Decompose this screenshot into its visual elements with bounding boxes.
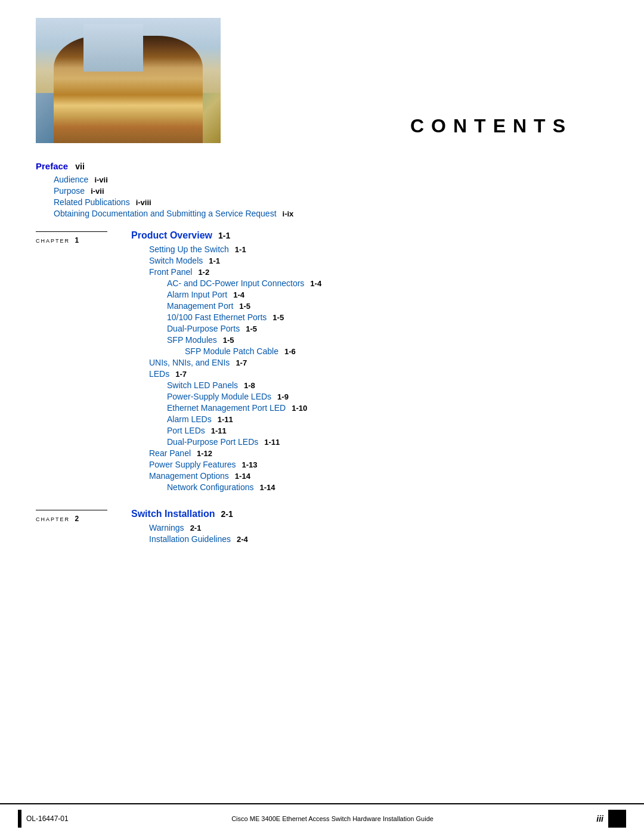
preface-title[interactable]: Preface — [36, 161, 68, 171]
list-item: Alarm LEDs 1-11 — [149, 414, 608, 424]
list-item: Obtaining Documentation and Submitting a… — [54, 209, 608, 218]
toc-page-obtaining-docs: i-ix — [283, 209, 294, 218]
toc-page: 1-1 — [235, 245, 246, 254]
toc-link-ac-dc-connectors[interactable]: AC- and DC-Power Input Connectors — [167, 278, 304, 288]
chapter-2-section: CHAPTER 2 Switch Installation 2-1 Warnin… — [36, 509, 608, 546]
preface-header: Preface vii — [36, 161, 608, 171]
toc-link-ethernet-mgmt-port-led[interactable]: Ethernet Management Port LED — [167, 403, 286, 413]
toc-page-purpose: i-vii — [91, 187, 104, 196]
list-item: Purpose i-vii — [54, 186, 608, 196]
toc-link-unis-nnis-enis[interactable]: UNIs, NNIs, and ENIs — [149, 358, 230, 367]
toc-link-network-configurations[interactable]: Network Configurations — [167, 482, 254, 492]
toc-page-related-publications: i-viii — [136, 198, 151, 207]
toc-link-audience[interactable]: Audience — [54, 175, 88, 184]
toc-page: 1-5 — [246, 324, 257, 333]
list-item: Switch Models 1-1 — [149, 256, 608, 265]
list-item: Network Configurations 1-14 — [149, 482, 608, 492]
list-item: UNIs, NNIs, and ENIs 1-7 — [149, 358, 608, 367]
toc-page: 1-7 — [175, 370, 187, 379]
toc-link-switch-led-panels[interactable]: Switch LED Panels — [167, 380, 238, 390]
toc-link-management-options[interactable]: Management Options — [149, 471, 229, 481]
list-item: Power-Supply Module LEDs 1-9 — [149, 392, 608, 401]
toc-page: 1-4 — [310, 279, 321, 288]
toc-page-audience: i-vii — [94, 175, 107, 184]
footer-bar-icon — [18, 810, 21, 828]
list-item: Dual-Purpose Ports 1-5 — [149, 324, 608, 333]
toc-link-alarm-leds[interactable]: Alarm LEDs — [167, 414, 212, 424]
toc-link-alarm-input-port[interactable]: Alarm Input Port — [167, 290, 227, 299]
chapter-divider — [36, 231, 107, 232]
toc-page: 1-11 — [264, 438, 280, 447]
toc-link-sfp-patch-cable[interactable]: SFP Module Patch Cable — [185, 346, 278, 356]
toc-link-sfp-modules[interactable]: SFP Modules — [167, 335, 217, 345]
toc-page: 1-14 — [260, 483, 275, 492]
toc-link-port-leds[interactable]: Port LEDs — [167, 426, 205, 435]
list-item: Management Options 1-14 — [149, 471, 608, 481]
chapter-2-title-row: Switch Installation 2-1 — [131, 509, 608, 519]
toc-page: 1-14 — [235, 472, 250, 481]
toc-link-related-publications[interactable]: Related Publications — [54, 197, 130, 207]
chapter-2-page: 2-1 — [221, 509, 233, 519]
toc-page: 1-5 — [239, 302, 250, 311]
toc-page: 1-9 — [277, 392, 289, 401]
list-item: AC- and DC-Power Input Connectors 1-4 — [149, 278, 608, 288]
list-item: Switch LED Panels 1-8 — [149, 380, 608, 390]
list-item: SFP Modules 1-5 — [149, 335, 608, 345]
chapter-1-label: CHAPTER — [36, 238, 70, 244]
chapter-1-entries: Setting Up the Switch 1-1 Switch Models … — [131, 244, 608, 492]
toc-page: 1-7 — [236, 358, 247, 367]
toc-page: 1-1 — [209, 256, 220, 265]
chapter-2-label: CHAPTER — [36, 516, 70, 522]
chapter-1-page: 1-1 — [218, 231, 230, 240]
chapter-2-content: Switch Installation 2-1 Warnings 2-1 Ins… — [131, 509, 608, 546]
toc-link-purpose[interactable]: Purpose — [54, 186, 85, 196]
list-item: Setting Up the Switch 1-1 — [149, 244, 608, 254]
list-item: Dual-Purpose Port LEDs 1-11 — [149, 437, 608, 447]
list-item: 10/100 Fast Ethernet Ports 1-5 — [149, 312, 608, 322]
list-item: Ethernet Management Port LED 1-10 — [149, 403, 608, 413]
page-container: CONTENTS Preface vii Audience i-vii Purp… — [0, 0, 644, 833]
list-item: Power Supply Features 1-13 — [149, 460, 608, 469]
toc-page: 1-13 — [242, 460, 258, 469]
toc-link-front-panel[interactable]: Front Panel — [149, 267, 192, 277]
toc-link-power-supply-leds[interactable]: Power-Supply Module LEDs — [167, 392, 271, 401]
chapter-1-title[interactable]: Product Overview — [131, 230, 212, 241]
chapter-1-content: Product Overview 1-1 Setting Up the Swit… — [131, 230, 608, 494]
toc-link-fast-ethernet-ports[interactable]: 10/100 Fast Ethernet Ports — [167, 312, 267, 322]
list-item: SFP Module Patch Cable 1-6 — [149, 346, 608, 356]
footer: OL-16447-01 Cisco ME 3400E Ethernet Acce… — [0, 803, 644, 833]
footer-doc-number: OL-16447-01 — [26, 815, 69, 823]
chapter-2-number: 2 — [75, 515, 79, 523]
toc-link-dual-purpose-port-leds[interactable]: Dual-Purpose Port LEDs — [167, 437, 258, 447]
chapter-2-label-area: CHAPTER 2 — [36, 509, 131, 524]
toc-link-leds[interactable]: LEDs — [149, 369, 169, 379]
header-image — [36, 18, 221, 143]
list-item: Rear Panel 1-12 — [149, 448, 608, 458]
toc-link-dual-purpose-ports[interactable]: Dual-Purpose Ports — [167, 324, 240, 333]
chapter-2-title[interactable]: Switch Installation — [131, 509, 215, 519]
toc-page: 1-11 — [211, 426, 227, 435]
toc-link-power-supply-features[interactable]: Power Supply Features — [149, 460, 236, 469]
toc-page: 2-1 — [190, 524, 202, 532]
chapter-1-section: CHAPTER 1 Product Overview 1-1 Setting U… — [36, 230, 608, 494]
toc-link-setting-up-switch[interactable]: Setting Up the Switch — [149, 244, 229, 254]
list-item: Port LEDs 1-11 — [149, 426, 608, 435]
preface-section: Preface vii Audience i-vii Purpose i-vii… — [36, 161, 608, 218]
preface-page: vii — [75, 162, 85, 171]
toc-page: 1-6 — [284, 347, 296, 356]
list-item: Installation Guidelines 2-4 — [149, 534, 608, 544]
main-content: Preface vii Audience i-vii Purpose i-vii… — [0, 155, 644, 572]
toc-link-warnings[interactable]: Warnings — [149, 523, 184, 532]
chapter-2-entries: Warnings 2-1 Installation Guidelines 2-4 — [131, 523, 608, 544]
toc-link-installation-guidelines[interactable]: Installation Guidelines — [149, 534, 231, 544]
footer-right: iii — [596, 810, 626, 828]
toc-link-switch-models[interactable]: Switch Models — [149, 256, 203, 265]
toc-link-obtaining-docs[interactable]: Obtaining Documentation and Submitting a… — [54, 209, 277, 218]
toc-link-rear-panel[interactable]: Rear Panel — [149, 448, 191, 458]
toc-page: 1-8 — [244, 381, 255, 390]
list-item: Alarm Input Port 1-4 — [149, 290, 608, 299]
list-item: Management Port 1-5 — [149, 301, 608, 311]
chapter-1-number: 1 — [75, 236, 79, 244]
header-area: CONTENTS — [0, 0, 644, 155]
toc-link-management-port[interactable]: Management Port — [167, 301, 233, 311]
